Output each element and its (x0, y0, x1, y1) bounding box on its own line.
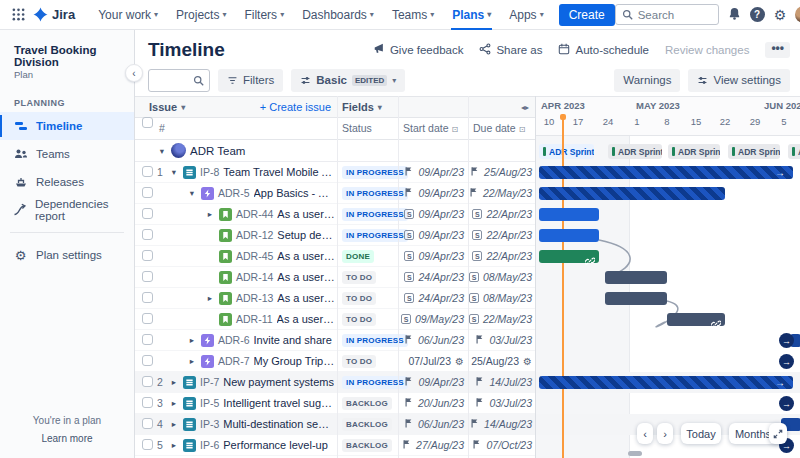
expand-chevron[interactable]: ▸ (169, 440, 179, 450)
row-checkbox[interactable] (142, 292, 153, 303)
sidebar-item-teams[interactable]: Teams (0, 140, 134, 168)
expand-chevron[interactable]: ▸ (205, 209, 215, 219)
due-date-cell[interactable]: 03/Jul/23 (468, 330, 532, 350)
table-row[interactable]: ▸ ADR-6 Invite and share IN PROGRESS 06/… (135, 330, 535, 351)
sidebar-item-releases[interactable]: Releases (0, 168, 134, 196)
sprint-pill-adr-sprint-5[interactable]: ADR Sprint 5 (788, 144, 800, 159)
row-checkbox[interactable] (142, 271, 153, 282)
jump-to-bar-button[interactable]: → (779, 354, 794, 369)
column-config-icon[interactable]: ⊡ (452, 125, 459, 134)
team-group-row[interactable]: ▾ ADR Team (135, 140, 535, 162)
row-checkbox[interactable] (142, 229, 153, 240)
table-row[interactable]: 3 ▸ IP-5 Intelligent travel suggestions … (135, 393, 535, 414)
team-name[interactable]: ADR Team (190, 145, 245, 157)
table-row[interactable]: 5 ▸ IP-6 Performance level-up BACKLOG 27… (135, 435, 535, 456)
sprint-pill-adr-sprint-4[interactable]: ADR Sprint 4 (728, 144, 780, 159)
sprint-pill-adr-sprint-3[interactable]: ADR Sprint 3 (668, 144, 720, 159)
sidebar-collapse-button[interactable]: ‹ (125, 64, 143, 82)
due-date-cell[interactable]: 14/Jul/23 (468, 372, 532, 392)
issue-summary[interactable]: As a user I can log i... (277, 292, 335, 304)
table-row[interactable]: ▸ ADR-44 As a user I can up... IN PROGRE… (135, 204, 535, 225)
row-checkbox[interactable] (142, 334, 153, 345)
learn-more-link[interactable]: Learn more (0, 433, 134, 444)
due-date-cell[interactable]: S22/Apr/23 (468, 246, 532, 266)
start-date-cell[interactable]: S09/Apr/23 (398, 204, 464, 224)
nav-item-plans[interactable]: Plans▾ (443, 0, 500, 30)
gantt-bar[interactable]: → (539, 166, 793, 179)
start-date-cell[interactable]: 07/Jul/23⚙ (398, 351, 464, 371)
user-avatar[interactable] (795, 6, 800, 23)
start-date-cell[interactable]: 09/Apr/23 (398, 162, 464, 182)
due-date-cell[interactable]: S08/May/23 (468, 288, 532, 308)
start-date-cell[interactable]: 09/Apr/23 (398, 183, 464, 203)
due-date-cell[interactable]: 25/Aug/23 (468, 162, 532, 182)
sidebar-item-timeline[interactable]: Timeline (0, 112, 134, 140)
table-row[interactable]: ADR-14 As a user I can cre... TO DO S24/… (135, 267, 535, 288)
status-cell[interactable]: DONE (342, 246, 374, 266)
app-switcher-icon[interactable] (12, 6, 25, 24)
issue-summary[interactable]: Performance level-up (223, 439, 328, 451)
expand-chevron[interactable]: ▾ (187, 188, 197, 198)
expand-chevron[interactable]: ▸ (169, 419, 179, 429)
issue-summary[interactable]: As a user I can cre... (277, 271, 335, 283)
table-row[interactable]: 2 ▸ IP-7 New payment systems IN PROGRESS… (135, 372, 535, 393)
issue-summary[interactable]: My Group Trips Overview (254, 355, 335, 367)
expand-chevron[interactable]: ▸ (169, 398, 179, 408)
gantt-bar[interactable] (539, 250, 599, 263)
sprint-pill-adr-sprint-1[interactable]: ADR Sprint 1 (539, 144, 594, 159)
horizontal-scrollbar-thumb[interactable] (628, 451, 642, 456)
notifications-bell-icon[interactable] (728, 6, 741, 24)
row-checkbox[interactable] (142, 166, 153, 177)
jump-to-bar-button[interactable]: → (779, 333, 794, 348)
table-row[interactable]: 4 ▸ IP-3 Multi-destination search BACKLO… (135, 414, 535, 435)
nav-item-your-work[interactable]: Your work▾ (89, 0, 167, 30)
start-date-cell[interactable]: 27/Aug/23 (398, 435, 464, 455)
collapse-fields-icon[interactable]: ◂▸ (521, 97, 529, 117)
row-checkbox[interactable] (142, 355, 153, 366)
global-search-input[interactable]: Search (615, 4, 719, 25)
issue-summary[interactable]: Invite and share (254, 334, 332, 346)
row-checkbox[interactable] (142, 439, 153, 450)
gantt-bar[interactable] (605, 271, 667, 284)
give-feedback-button[interactable]: Give feedback (373, 43, 464, 57)
sidebar-item-dependencies-report[interactable]: Dependencies report (0, 196, 134, 224)
table-row[interactable]: ▸ ADR-13 As a user I can log i... TO DO … (135, 288, 535, 309)
fields-header[interactable]: Fields▾ (342, 97, 382, 117)
jira-logo[interactable]: Jira (33, 7, 75, 22)
start-date-cell[interactable]: S24/Apr/23 (398, 288, 464, 308)
more-actions-button[interactable]: ••• (765, 42, 790, 58)
row-checkbox[interactable] (142, 313, 153, 324)
due-date-cell[interactable]: 14/Aug/23 (468, 414, 532, 434)
warnings-button[interactable]: Warnings (614, 69, 680, 92)
status-cell[interactable]: BACKLOG (342, 414, 392, 434)
status-cell[interactable]: TO DO (342, 309, 376, 329)
issue-summary[interactable]: Team Travel Mobile Apps (223, 166, 335, 178)
start-date-cell[interactable]: 06/Jun/23 (398, 330, 464, 350)
table-row[interactable]: ADR-12 Setup dev and and ... IN PROGRESS… (135, 225, 535, 246)
row-checkbox[interactable] (142, 418, 153, 429)
auto-schedule-button[interactable]: Auto-schedule (558, 43, 649, 57)
nav-item-filters[interactable]: Filters▾ (235, 0, 293, 30)
issue-summary[interactable]: Intelligent travel suggestions (223, 397, 335, 409)
start-date-cell[interactable]: 20/Jun/23 (398, 393, 464, 413)
nav-item-apps[interactable]: Apps▾ (500, 0, 552, 30)
due-date-cell[interactable]: 25/Aug/23⚙ (468, 351, 532, 371)
gantt-bar[interactable] (539, 229, 599, 242)
create-issue-button[interactable]: + Create issue (260, 97, 331, 117)
settings-gear-icon[interactable]: ⚙ (774, 8, 787, 22)
sprint-pill-adr-sprint-2[interactable]: ADR Sprint 2 (608, 144, 662, 159)
gantt-bar[interactable] (539, 187, 725, 200)
due-date-cell[interactable]: S22/May/23 (468, 309, 532, 329)
start-date-cell[interactable]: 09/Apr/23 (398, 372, 464, 392)
due-date-cell[interactable]: S22/Apr/23 (468, 204, 532, 224)
due-date-cell[interactable]: 22/May/23 (468, 183, 532, 203)
row-checkbox[interactable] (142, 376, 153, 387)
issue-summary[interactable]: App Basics - Android test (254, 187, 335, 199)
status-cell[interactable]: TO DO (342, 351, 376, 371)
gantt-bar[interactable] (667, 313, 725, 326)
status-cell[interactable]: BACKLOG (342, 435, 392, 455)
gantt-bar[interactable] (539, 208, 599, 221)
nav-item-projects[interactable]: Projects▾ (167, 0, 235, 30)
due-date-cell[interactable]: S08/May/23 (468, 267, 532, 287)
issue-summary[interactable]: Setup dev and and ... (277, 229, 335, 241)
